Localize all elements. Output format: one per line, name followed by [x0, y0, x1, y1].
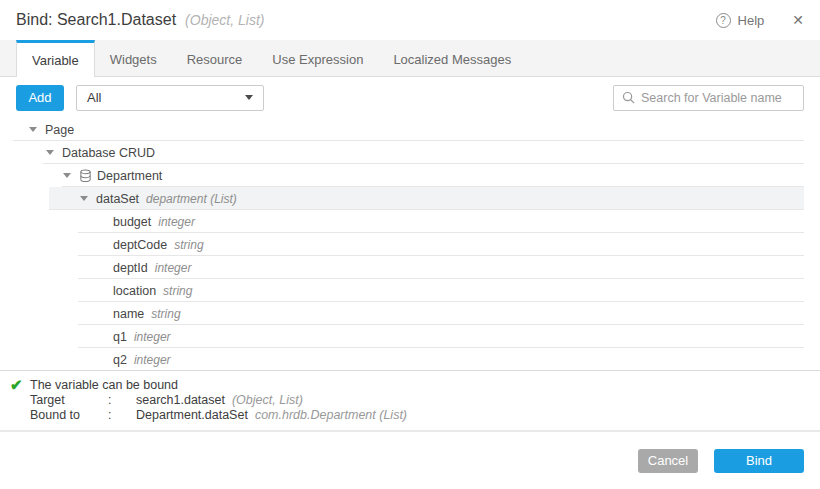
bind-dialog: Bind: Search1.Dataset (Object, List) ? H… [0, 0, 820, 489]
tree-row-dataset[interactable]: dataSet department (List) [0, 187, 804, 210]
tree-row-deptcode[interactable]: deptCode string [0, 233, 804, 256]
close-icon[interactable]: ✕ [792, 12, 804, 28]
caret-down-icon [245, 95, 253, 100]
database-icon [79, 169, 92, 183]
status-row-value-wrap: search1.dataset(Object, List) [136, 393, 820, 408]
status-row-value: Department.dataSet [136, 408, 248, 422]
tree-row-deptid[interactable]: deptId integer [0, 256, 804, 279]
status-panel: ✔ The variable can be bound Target : sea… [0, 371, 820, 430]
dialog-subtitle: (Object, List) [185, 12, 264, 28]
tab-use-expression[interactable]: Use Expression [257, 40, 378, 76]
dialog-footer: Cancel Bind [0, 432, 820, 489]
tree-row-name[interactable]: name string [0, 302, 804, 325]
dialog-header: Bind: Search1.Dataset (Object, List) ? H… [0, 0, 820, 40]
bind-button[interactable]: Bind [714, 449, 804, 473]
filter-selected-value: All [87, 90, 101, 105]
status-row-separator: : [108, 408, 136, 423]
search-input[interactable] [641, 91, 795, 105]
tree-node-label: q2 [113, 353, 127, 367]
tab-label: Use Expression [272, 52, 363, 67]
tab-widgets[interactable]: Widgets [95, 40, 172, 76]
tree-row-q1[interactable]: q1 integer [0, 325, 804, 348]
tab-label: Localized Messages [393, 52, 511, 67]
tree-node-label: q1 [113, 330, 127, 344]
tree-node-label: dataSet [96, 192, 139, 206]
status-row-value-wrap: Department.dataSetcom.hrdb.Department (L… [136, 408, 820, 423]
dialog-title: Bind: Search1.Dataset [16, 11, 176, 29]
status-message: The variable can be bound [30, 378, 820, 393]
tree-node-type: string [151, 307, 180, 321]
tree-node-type: integer [155, 261, 192, 275]
check-icon: ✔ [10, 376, 23, 394]
status-details: Target : search1.dataset(Object, List) B… [30, 393, 820, 423]
tree-node-label: budget [113, 215, 151, 229]
tree-row-q2[interactable]: q2 integer [0, 348, 804, 371]
tree-row-location[interactable]: location string [0, 279, 804, 302]
tree-node-label: name [113, 307, 144, 321]
chevron-down-icon[interactable] [63, 173, 71, 178]
tab-variable[interactable]: Variable [16, 40, 95, 77]
tree-node-label: location [113, 284, 156, 298]
search-icon [622, 91, 635, 104]
tree-node-type: string [174, 238, 203, 252]
tree-node-type: integer [158, 215, 195, 229]
chevron-down-icon[interactable] [46, 150, 54, 155]
tree-node-label: Department [97, 169, 162, 183]
add-button[interactable]: Add [16, 85, 64, 111]
chevron-down-icon[interactable] [80, 196, 88, 201]
tab-label: Widgets [110, 52, 157, 67]
tree-row-database-crud[interactable]: Database CRUD [0, 141, 804, 164]
tree-node-type: integer [134, 353, 171, 367]
tree-node-label: Database CRUD [62, 146, 155, 160]
chevron-down-icon[interactable] [29, 127, 37, 132]
variable-tree: Page Database CRUD Department dataSet de… [0, 118, 820, 371]
cancel-button[interactable]: Cancel [638, 449, 698, 473]
tab-localized-messages[interactable]: Localized Messages [378, 40, 526, 76]
toolbar: Add All [0, 77, 820, 118]
status-row-meta: (Object, List) [232, 393, 303, 407]
tree-row-budget[interactable]: budget integer [0, 210, 804, 233]
tab-label: Variable [32, 53, 79, 68]
tree-row-department[interactable]: Department [0, 164, 804, 187]
variable-filter-select[interactable]: All [76, 85, 264, 111]
tree-node-type: department (List) [146, 192, 237, 206]
tab-resource[interactable]: Resource [172, 40, 258, 76]
tree-row-page[interactable]: Page [0, 118, 804, 141]
tree-node-label: deptId [113, 261, 148, 275]
status-row-label: Bound to [30, 408, 108, 423]
status-row-meta: com.hrdb.Department (List) [255, 408, 407, 422]
help-button[interactable]: ? Help [716, 13, 765, 28]
status-row-separator: : [108, 393, 136, 408]
tree-node-type: string [163, 284, 192, 298]
tab-bar: VariableWidgetsResourceUse ExpressionLoc… [0, 40, 820, 77]
tab-label: Resource [187, 52, 243, 67]
search-box [613, 85, 804, 111]
status-row-label: Target [30, 393, 108, 408]
tree-node-label: deptCode [113, 238, 167, 252]
status-row-value: search1.dataset [136, 393, 225, 407]
question-mark-icon: ? [716, 13, 731, 28]
tree-node-type: integer [134, 330, 171, 344]
tree-node-label: Page [45, 123, 74, 137]
help-label: Help [738, 13, 765, 28]
